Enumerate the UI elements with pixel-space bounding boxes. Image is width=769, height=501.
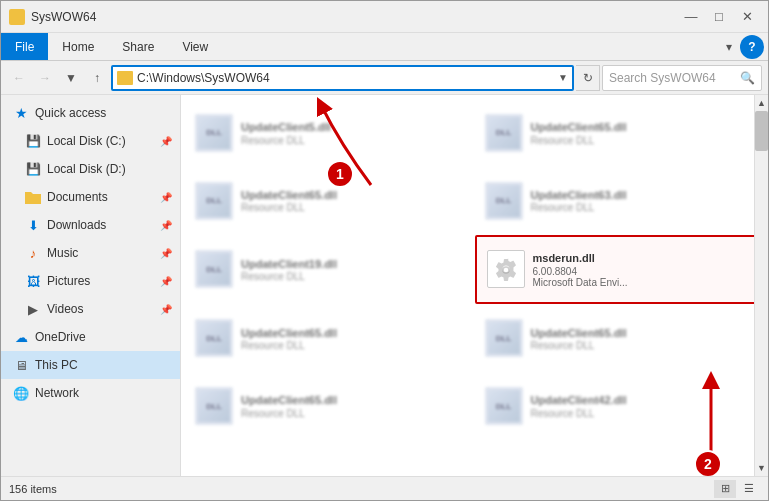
music-icon: ♪ <box>25 245 41 261</box>
list-item[interactable]: DLL UpdateClient63.dll Resource DLL <box>475 167 765 235</box>
msderun-dll-item[interactable]: msderun.dll 6.00.8804 Microsoft Data Env… <box>475 235 765 305</box>
file-thumbnail: DLL <box>195 387 233 425</box>
title-bar: SysWOW64 — □ ✕ <box>1 1 768 33</box>
scroll-track <box>755 111 768 460</box>
search-icon[interactable]: 🔍 <box>740 71 755 85</box>
sidebar-item-local-disk-c[interactable]: 💾 Local Disk (C:) 📌 <box>1 127 180 155</box>
search-placeholder: Search SysWOW64 <box>609 71 736 85</box>
file-thumbnail: DLL <box>195 114 233 152</box>
sidebar: ★ Quick access 💾 Local Disk (C:) 📌 💾 Loc… <box>1 95 181 476</box>
dll-icon: DLL <box>488 390 520 422</box>
file-thumbnail: DLL <box>485 319 523 357</box>
file-info: UpdateClient65.dll Resource DLL <box>241 326 465 351</box>
dll-icon: DLL <box>198 117 230 149</box>
file-info-msderun: msderun.dll 6.00.8804 Microsoft Data Env… <box>533 251 753 287</box>
dll-icon: DLL <box>488 322 520 354</box>
folder-icon-docs <box>25 189 41 205</box>
list-item[interactable]: DLL UpdateClient65.dll Resource DLL <box>185 304 475 372</box>
file-thumbnail: DLL <box>195 250 233 288</box>
scroll-up-button[interactable]: ▲ <box>755 95 768 111</box>
scroll-down-button[interactable]: ▼ <box>755 460 768 476</box>
status-bar: 156 items ⊞ ☰ <box>1 476 768 500</box>
dll-icon: DLL <box>198 253 230 285</box>
file-area: DLL UpdateClient5.dll Resource DLL DLL U… <box>181 95 768 476</box>
video-icon: ▶ <box>25 301 41 317</box>
list-item[interactable]: DLL UpdateClient19.dll Resource DLL <box>185 235 475 305</box>
dll-icon: DLL <box>198 185 230 217</box>
large-icons-view-button[interactable]: ⊞ <box>714 480 736 498</box>
ribbon: File Home Share View ▾ ? <box>1 33 768 61</box>
sidebar-item-local-disk-d[interactable]: 💾 Local Disk (D:) <box>1 155 180 183</box>
maximize-button[interactable]: □ <box>706 5 732 29</box>
close-button[interactable]: ✕ <box>734 5 760 29</box>
window-controls: — □ ✕ <box>678 5 760 29</box>
hdd-icon: 💾 <box>25 133 41 149</box>
file-info: UpdateClient63.dll Resource DLL <box>531 188 755 213</box>
star-icon: ★ <box>13 105 29 121</box>
sidebar-item-downloads[interactable]: ⬇ Downloads 📌 <box>1 211 180 239</box>
file-info: UpdateClient65.dll Resource DLL <box>241 188 465 213</box>
list-item[interactable]: DLL UpdateClient65.dll Resource DLL <box>185 372 475 440</box>
file-thumbnail: DLL <box>485 114 523 152</box>
tab-share[interactable]: Share <box>108 33 168 60</box>
ribbon-expand[interactable]: ▾ <box>718 33 740 60</box>
annotation-badge-2: 2 <box>694 450 722 476</box>
file-thumbnail-msderun <box>487 250 525 288</box>
cloud-icon: ☁ <box>13 329 29 345</box>
list-item[interactable]: DLL UpdateClient42.dll Resource DLL <box>475 372 765 440</box>
ribbon-tabs: File Home Share View ▾ ? <box>1 33 768 61</box>
tab-home[interactable]: Home <box>48 33 108 60</box>
address-box[interactable]: C:\Windows\SysWOW64 ▼ <box>111 65 574 91</box>
sidebar-item-documents[interactable]: Documents 📌 <box>1 183 180 211</box>
back-button[interactable]: ← <box>7 66 31 90</box>
status-text: 156 items <box>9 483 714 495</box>
file-info: UpdateClient65.dll Resource DLL <box>531 120 755 145</box>
address-text: C:\Windows\SysWOW64 <box>137 71 554 85</box>
download-icon: ⬇ <box>25 217 41 233</box>
scroll-thumb[interactable] <box>755 111 768 151</box>
file-thumbnail: DLL <box>485 387 523 425</box>
file-grid: DLL UpdateClient5.dll Resource DLL DLL U… <box>181 95 768 444</box>
file-info: UpdateClient65.dll Resource DLL <box>241 393 465 418</box>
view-buttons: ⊞ ☰ <box>714 480 760 498</box>
sidebar-item-pictures[interactable]: 🖼 Pictures 📌 <box>1 267 180 295</box>
refresh-button[interactable]: ↻ <box>576 65 600 91</box>
refresh-icon: ↻ <box>583 71 593 85</box>
window-title: SysWOW64 <box>31 10 678 24</box>
tab-file[interactable]: File <box>1 33 48 60</box>
list-view-button[interactable]: ☰ <box>738 480 760 498</box>
file-thumbnail: DLL <box>195 319 233 357</box>
address-bar: ← → ▼ ↑ C:\Windows\SysWOW64 ▼ ↻ Search S… <box>1 61 768 95</box>
pictures-icon: 🖼 <box>25 273 41 289</box>
dll-icon: DLL <box>198 322 230 354</box>
file-info: UpdateClient5.dll Resource DLL <box>241 120 465 145</box>
sidebar-item-onedrive[interactable]: ☁ OneDrive <box>1 323 180 351</box>
sidebar-item-this-pc[interactable]: 🖥 This PC <box>1 351 180 379</box>
recent-locations-button[interactable]: ▼ <box>59 66 83 90</box>
sidebar-item-music[interactable]: ♪ Music 📌 <box>1 239 180 267</box>
file-info: UpdateClient19.dll Resource DLL <box>241 257 465 282</box>
minimize-button[interactable]: — <box>678 5 704 29</box>
gear-icon <box>494 257 518 281</box>
up-button[interactable]: ↑ <box>85 66 109 90</box>
search-box[interactable]: Search SysWOW64 🔍 <box>602 65 762 91</box>
tab-view[interactable]: View <box>168 33 222 60</box>
address-dropdown-icon[interactable]: ▼ <box>558 72 568 83</box>
circle-2: 2 <box>694 450 722 476</box>
sidebar-item-videos[interactable]: ▶ Videos 📌 <box>1 295 180 323</box>
help-button[interactable]: ? <box>740 35 764 59</box>
sidebar-item-network[interactable]: 🌐 Network <box>1 379 180 407</box>
hdd-icon-d: 💾 <box>25 161 41 177</box>
list-item[interactable]: DLL UpdateClient65.dll Resource DLL <box>475 99 765 167</box>
list-item[interactable]: DLL UpdateClient65.dll Resource DLL <box>475 304 765 372</box>
list-item[interactable]: DLL UpdateClient5.dll Resource DLL <box>185 99 475 167</box>
scrollbar[interactable]: ▲ ▼ <box>754 95 768 476</box>
sidebar-item-quick-access[interactable]: ★ Quick access <box>1 99 180 127</box>
forward-button[interactable]: → <box>33 66 57 90</box>
list-item[interactable]: DLL UpdateClient65.dll Resource DLL <box>185 167 475 235</box>
dll-icon: DLL <box>488 117 520 149</box>
chevron-down-icon: ▾ <box>726 40 732 54</box>
folder-icon <box>117 71 133 85</box>
pin-icon: 📌 <box>160 136 172 147</box>
content-area: ★ Quick access 💾 Local Disk (C:) 📌 💾 Loc… <box>1 95 768 476</box>
